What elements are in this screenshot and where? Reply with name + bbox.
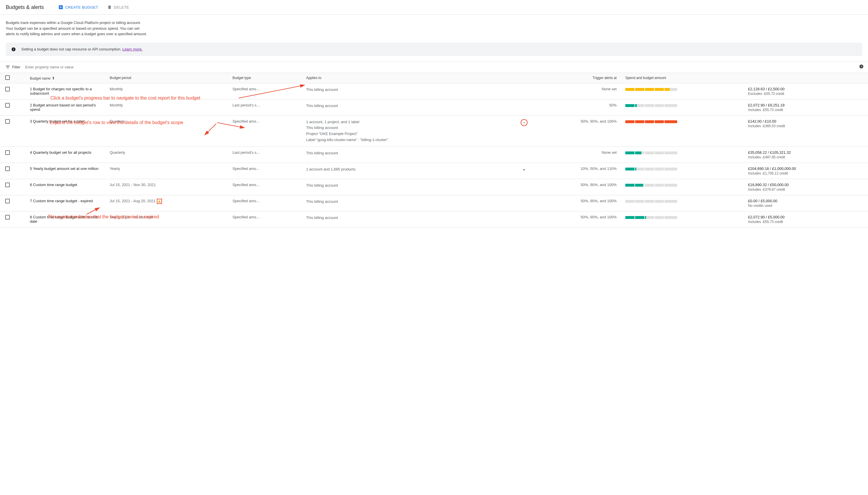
trigger-alerts-cell: 50%, 90%, and 100% xyxy=(530,115,622,147)
learn-more-link[interactable]: Learn more. xyxy=(123,47,143,51)
budget-name-cell[interactable]: 2 Budget amount based on last period's s… xyxy=(27,99,107,115)
budget-type-cell: Specified amo… xyxy=(229,83,303,99)
budget-period-cell: Monthly xyxy=(107,99,230,115)
progress-bar[interactable] xyxy=(625,104,677,107)
spend-amount-cell: £204,690.18 / £1,000,000.00Includes -£1,… xyxy=(745,163,868,179)
trigger-alerts-cell: 50%, 90%, and 100% xyxy=(530,211,622,227)
budget-name-cell[interactable]: 8 Custom time range budget with no end d… xyxy=(27,211,107,227)
budget-type-cell: Specified amo… xyxy=(229,163,303,179)
applies-to-cell: This billing account xyxy=(303,179,530,195)
table-row[interactable]: 5 Yearly budget amount set at one millio… xyxy=(0,163,868,179)
budget-name-cell[interactable]: 4 Quarterly budget set for all projects xyxy=(27,147,107,163)
col-header-spend[interactable]: Spend and budget amount xyxy=(622,73,745,83)
filter-label: Filter xyxy=(5,64,20,69)
table-row[interactable]: 6 Custom time range budgetJul 15, 2021 -… xyxy=(0,179,868,195)
svg-rect-3 xyxy=(13,48,14,49)
budget-name-cell[interactable]: 3 Quarterly budget set for a label xyxy=(27,115,107,147)
trigger-alerts-cell: 50%, 90%, and 100% xyxy=(530,179,622,195)
col-header-applies[interactable]: Applies to xyxy=(303,73,530,83)
trigger-alerts-cell: None set xyxy=(530,147,622,163)
row-checkbox[interactable] xyxy=(5,183,10,187)
spend-amount-cell: £0.00 / £5,000.00No credits used xyxy=(745,195,868,211)
row-checkbox[interactable] xyxy=(5,87,10,91)
expired-warning-icon xyxy=(157,199,162,204)
row-checkbox[interactable] xyxy=(5,150,10,155)
spend-amount-cell: £2,128.63 / £2,500.00Excludes -£55.73 cr… xyxy=(745,83,868,99)
spend-amount-cell: £2,072.90 / £9,251.19Includes -£55.73 cr… xyxy=(745,99,868,115)
info-banner: Setting a budget does not cap resource o… xyxy=(6,43,862,56)
budget-type-cell: Specified amo… xyxy=(229,211,303,227)
sort-arrow-up-icon xyxy=(51,76,55,81)
applies-to-cell: 1 account and 1,685 products xyxy=(303,163,530,179)
page-title: Budgets & alerts xyxy=(6,4,44,11)
budget-type-cell: Last period's s… xyxy=(229,99,303,115)
row-checkbox[interactable] xyxy=(5,167,10,171)
info-icon xyxy=(11,47,16,52)
trigger-alerts-cell: 50%, 90%, and 100% xyxy=(530,195,622,211)
header-bar: Budgets & alerts CREATE BUDGET DELETE xyxy=(0,0,868,15)
budget-name-cell[interactable]: 5 Yearly budget amount set at one millio… xyxy=(27,163,107,179)
col-header-period[interactable]: Budget period xyxy=(107,73,230,83)
applies-to-cell: This billing account xyxy=(303,211,530,227)
trigger-alerts-cell: 50% xyxy=(530,99,622,115)
budget-period-cell: Sep 1, 2021 - no end date xyxy=(107,211,230,227)
budget-period-cell: Quarterly xyxy=(107,147,230,163)
budgets-table: Budget name Budget period Budget type Ap… xyxy=(0,73,868,227)
help-icon[interactable]: ? xyxy=(859,64,864,70)
chevron-down-icon[interactable] xyxy=(520,167,528,173)
progress-bar[interactable] xyxy=(625,88,677,91)
row-checkbox[interactable] xyxy=(5,215,10,220)
spend-amount-cell: £2,072.90 / £5,000.00Includes -£55.73 cr… xyxy=(745,211,868,227)
trigger-alerts-cell: None set xyxy=(530,83,622,99)
svg-rect-2 xyxy=(13,49,14,50)
row-checkbox[interactable] xyxy=(5,103,10,107)
table-row[interactable]: 2 Budget amount based on last period's s… xyxy=(0,99,868,115)
chevron-up-icon[interactable] xyxy=(520,119,528,126)
progress-bar[interactable] xyxy=(625,168,677,170)
create-budget-label: CREATE BUDGET xyxy=(65,5,98,10)
applies-to-cell: This billing account xyxy=(303,147,530,163)
budget-name-cell[interactable]: 6 Custom time range budget xyxy=(27,179,107,195)
delete-button[interactable]: DELETE xyxy=(104,3,132,12)
budget-period-cell: Jul 15, 2021 - Nov 30, 2021 xyxy=(107,179,230,195)
table-row[interactable]: 1 Budget for charges not specific to a s… xyxy=(0,83,868,99)
table-row[interactable]: 8 Custom time range budget with no end d… xyxy=(0,211,868,227)
row-checkbox[interactable] xyxy=(5,199,10,203)
budget-period-cell: Quarterly xyxy=(107,115,230,147)
svg-rect-6 xyxy=(159,201,159,202)
col-header-trigger[interactable]: Trigger alerts at xyxy=(530,73,622,83)
progress-bar[interactable] xyxy=(625,216,677,219)
select-all-checkbox[interactable] xyxy=(5,75,10,80)
create-budget-button[interactable]: CREATE BUDGET xyxy=(55,3,101,12)
table-row[interactable]: 4 Quarterly budget set for all projectsQ… xyxy=(0,147,868,163)
applies-to-cell: This billing account xyxy=(303,99,530,115)
plus-box-icon xyxy=(58,5,64,10)
col-header-name[interactable]: Budget name xyxy=(27,73,107,83)
budget-period-cell: Jul 15, 2021 - Aug 20, 2021 xyxy=(107,195,230,211)
intro-text: Budgets track expenses within a Google C… xyxy=(0,15,153,40)
spend-amount-cell: £142.00 / £10.00Includes -£365.53 credit xyxy=(745,115,868,147)
banner-text: Setting a budget does not cap resource o… xyxy=(21,47,123,51)
row-checkbox[interactable] xyxy=(5,119,10,124)
budget-type-cell: Specified amo… xyxy=(229,195,303,211)
budget-type-cell: Specified amo… xyxy=(229,179,303,195)
budget-name-cell[interactable]: 1 Budget for charges not specific to a s… xyxy=(27,83,107,99)
progress-bar[interactable] xyxy=(625,151,677,154)
progress-bar[interactable] xyxy=(625,120,677,123)
applies-to-cell: 1 account, 1 project, and 1 labelThis bi… xyxy=(303,115,530,147)
applies-to-cell: This billing account xyxy=(303,83,530,99)
progress-bar[interactable] xyxy=(625,184,677,187)
col-header-type[interactable]: Budget type xyxy=(229,73,303,83)
trigger-alerts-cell: 10%, 50%, and 110% xyxy=(530,163,622,179)
progress-bar[interactable] xyxy=(625,200,677,203)
svg-text:?: ? xyxy=(861,65,862,68)
applies-to-cell: This billing account xyxy=(303,195,530,211)
budget-period-cell: Monthly xyxy=(107,83,230,99)
filter-input[interactable] xyxy=(23,63,863,71)
table-row[interactable]: 7 Custom time range budget - expiredJul … xyxy=(0,195,868,211)
budget-name-cell[interactable]: 7 Custom time range budget - expired xyxy=(27,195,107,211)
svg-rect-7 xyxy=(159,202,159,202)
trash-icon xyxy=(107,5,112,10)
budget-period-cell: Yearly xyxy=(107,163,230,179)
table-row[interactable]: 3 Quarterly budget set for a labelQuarte… xyxy=(0,115,868,147)
